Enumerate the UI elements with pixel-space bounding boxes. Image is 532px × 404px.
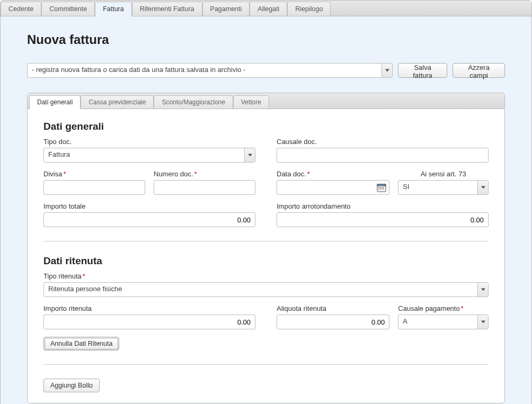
sub-tabbar: Dati generali Cassa previdenziale Sconto… (28, 93, 504, 109)
section-divider (43, 241, 489, 241)
svg-rect-2 (378, 187, 379, 188)
tab-label: Vettore (241, 98, 261, 106)
tipo-ritenuta-select-wrap: Ritenuta persone fisiche (43, 282, 489, 297)
tab-label: Cedente (8, 5, 33, 13)
svg-rect-4 (382, 187, 383, 188)
button-label: Azzera campi (468, 64, 489, 79)
label-divisa: Divisa* (43, 170, 145, 178)
archive-select-wrap: - registra nuova fattura o carica dati d… (27, 63, 393, 78)
field-tipo-ritenuta: Tipo ritenuta* Ritenuta persone fisiche (43, 272, 489, 297)
required-mark: * (194, 170, 197, 178)
button-label: Annulla Dati Ritenuta (50, 340, 112, 347)
button-label: Aggiungi Bollo (50, 382, 93, 389)
tab-label: Pagamenti (210, 5, 242, 13)
svg-rect-8 (382, 188, 383, 190)
causale-pagamento-select-wrap: A (398, 315, 489, 329)
aliquota-ritenuta-input[interactable] (277, 315, 389, 329)
tab-label: Allegati (258, 5, 279, 13)
field-art73: Ai sensi art. 73 SI (398, 170, 489, 195)
tab-riepilogo[interactable]: Riepilogo (287, 2, 331, 16)
label-causale-doc: Causale doc. (277, 138, 489, 146)
svg-rect-3 (380, 187, 381, 188)
field-numero-doc: Numero doc.* (154, 170, 255, 195)
dati-generali-grid: Tipo doc. Fattura Causale doc. (43, 138, 489, 227)
tab-cedente[interactable]: Cedente (1, 2, 41, 16)
label-tipo-ritenuta: Tipo ritenuta* (43, 272, 489, 280)
svg-rect-7 (380, 188, 381, 190)
tab-label: Committente (49, 5, 87, 13)
subtab-vettore[interactable]: Vettore (233, 95, 269, 109)
main-tabbar: Cedente Committente Fattura Riferimenti … (1, 1, 531, 16)
select-value: Ritenuta persone fisiche (48, 285, 122, 293)
save-invoice-button[interactable]: Salva fattura (398, 63, 447, 78)
panel-fattura: Nuova fattura - registra nuova fattura o… (1, 16, 531, 404)
dati-ritenuta-grid: Importo ritenuta Aliquota ritenuta Causa… (43, 304, 489, 329)
field-data-doc: Data doc.* (277, 170, 389, 195)
sub-content: Dati generali Tipo doc. Fattura (28, 109, 504, 403)
field-importo-totale: Importo totale (43, 202, 255, 227)
section-heading-dati-generali: Dati generali (43, 121, 489, 132)
label-causale-pagamento: Causale pagamento* (398, 304, 489, 312)
tab-riferimenti-fattura[interactable]: Riferimenti Fattura (132, 2, 202, 16)
subtab-dati-generali[interactable]: Dati generali (29, 95, 81, 109)
field-aliquota-ritenuta: Aliquota ritenuta (277, 304, 389, 329)
tab-pagamenti[interactable]: Pagamenti (202, 2, 250, 16)
field-importo-arrot: Importo arrotondamento (277, 202, 489, 227)
tab-label: Sconto/Maggiorazione (162, 98, 225, 106)
reset-fields-button[interactable]: Azzera campi (453, 63, 505, 78)
svg-rect-6 (378, 188, 379, 190)
app-frame: Cedente Committente Fattura Riferimenti … (0, 0, 532, 404)
label-importo-arrot: Importo arrotondamento (277, 202, 489, 210)
field-importo-ritenuta: Importo ritenuta (43, 304, 255, 329)
label-aliquota-ritenuta: Aliquota ritenuta (277, 304, 389, 312)
causale-doc-input[interactable] (277, 148, 489, 163)
select-value: Fattura (48, 150, 70, 158)
importo-totale-input[interactable] (43, 212, 255, 227)
art73-select[interactable]: SI (398, 180, 489, 195)
svg-rect-5 (383, 187, 384, 188)
bollo-button-row: Aggiungi Bollo (43, 379, 489, 392)
subtab-cassa-previdenziale[interactable]: Cassa previdenziale (81, 95, 154, 109)
label-numero-doc: Numero doc.* (154, 170, 255, 178)
required-mark: * (307, 170, 310, 178)
tipo-doc-select[interactable]: Fattura (43, 148, 255, 163)
field-causale-doc: Causale doc. (277, 138, 489, 163)
numero-doc-input[interactable] (154, 180, 255, 195)
causale-pagamento-select[interactable]: A (398, 315, 489, 329)
page-title: Nuova fattura (27, 32, 505, 47)
tipo-doc-select-wrap: Fattura (43, 148, 255, 163)
field-tipo-doc: Tipo doc. Fattura (43, 138, 255, 163)
select-value: A (403, 317, 407, 325)
divisa-input[interactable] (43, 180, 145, 195)
section-heading-dati-ritenuta: Dati ritenuta (43, 255, 489, 267)
button-label: Salva fattura (413, 64, 432, 79)
select-value: SI (403, 183, 409, 191)
tab-label: Riferimenti Fattura (140, 5, 194, 13)
tab-fattura[interactable]: Fattura (95, 2, 132, 16)
aggiungi-bollo-button[interactable]: Aggiungi Bollo (43, 379, 100, 392)
data-doc-wrap (277, 180, 389, 195)
importo-ritenuta-input[interactable] (43, 315, 255, 329)
data-doc-input[interactable] (277, 180, 389, 195)
tab-committente[interactable]: Committente (41, 2, 95, 16)
toolbar-row: - registra nuova fattura o carica dati d… (27, 63, 505, 78)
row-data-art73: Data doc.* (277, 170, 489, 195)
label-tipo-doc: Tipo doc. (43, 138, 255, 146)
archive-select-value: - registra nuova fattura o carica dati d… (32, 66, 245, 74)
required-mark: * (461, 304, 464, 312)
tab-label: Dati generali (37, 98, 73, 106)
label-art73: Ai sensi art. 73 (398, 170, 489, 178)
tab-allegati[interactable]: Allegati (250, 2, 287, 16)
archive-select[interactable]: - registra nuova fattura o carica dati d… (27, 63, 393, 78)
tab-label: Riepilogo (295, 5, 323, 13)
art73-select-wrap: SI (398, 180, 489, 195)
importo-arrot-input[interactable] (277, 212, 489, 227)
label-data-doc: Data doc.* (277, 170, 389, 178)
required-mark: * (83, 272, 85, 280)
calendar-icon[interactable] (377, 183, 386, 192)
subtab-sconto-maggiorazione[interactable]: Sconto/Maggiorazione (154, 95, 233, 109)
annulla-dati-ritenuta-button[interactable]: Annulla Dati Ritenuta (43, 337, 119, 351)
inner-tab-block: Dati generali Cassa previdenziale Sconto… (27, 93, 505, 403)
label-importo-ritenuta: Importo ritenuta (43, 304, 255, 312)
tipo-ritenuta-select[interactable]: Ritenuta persone fisiche (43, 282, 489, 297)
